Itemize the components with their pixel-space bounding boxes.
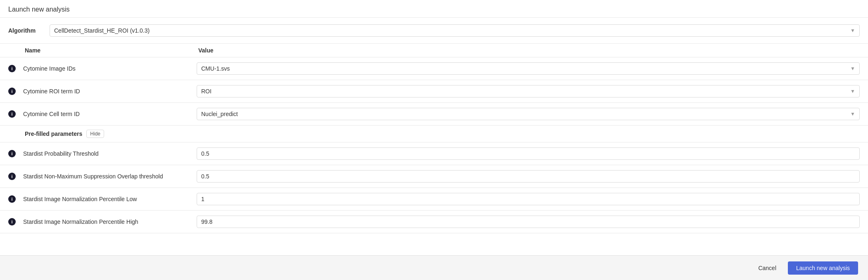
param-chevron-icon-cytomine-image-ids: ▼ — [850, 66, 855, 71]
param-name-cytomine-roi-term-id: Cytomine ROI term ID — [23, 88, 197, 95]
hide-prefilled-button[interactable]: Hide — [86, 130, 104, 138]
param-value-text-cytomine-roi-term-id: ROI — [201, 88, 212, 95]
param-chevron-icon-cytomine-cell-term-id: ▼ — [850, 111, 855, 117]
param-input-stardist-image-normalization-high[interactable] — [197, 216, 860, 228]
table-row: i Stardist Probability Threshold — [0, 142, 868, 165]
info-icon-stardist-image-normalization-low[interactable]: i — [8, 195, 23, 203]
param-input-stardist-image-normalization-low[interactable] — [197, 193, 860, 205]
table-row: i Stardist Image Normalization Percentil… — [0, 211, 868, 233]
info-icon-stardist-image-normalization-high[interactable]: i — [8, 218, 23, 225]
param-input-stardist-probability-threshold[interactable] — [197, 147, 860, 160]
info-circle-stardist-image-normalization-low[interactable]: i — [8, 195, 16, 203]
param-chevron-icon-cytomine-roi-term-id: ▼ — [850, 88, 855, 94]
info-circle-stardist-probability-threshold[interactable]: i — [8, 150, 16, 157]
info-icon-cytomine-roi-term-id[interactable]: i — [8, 88, 23, 95]
main-params-container: i Cytomine Image IDs CMU-1.svs ▼ i Cytom… — [0, 57, 868, 126]
info-circle-stardist-image-normalization-high[interactable]: i — [8, 218, 16, 225]
column-value-header: Value — [198, 47, 860, 54]
param-value-text-cytomine-cell-term-id: Nuclei_predict — [201, 111, 238, 117]
param-input-stardist-non-maximum-suppression[interactable] — [197, 170, 860, 183]
info-circle-cytomine-image-ids[interactable]: i — [8, 65, 16, 72]
table-row: i Stardist Non-Maximum Suppression Overl… — [0, 165, 868, 188]
info-circle-cytomine-cell-term-id[interactable]: i — [8, 110, 16, 118]
info-circle-stardist-non-maximum-suppression[interactable]: i — [8, 173, 16, 180]
info-icon-cytomine-image-ids[interactable]: i — [8, 65, 23, 72]
table-row: i Cytomine Cell term ID Nuclei_predict ▼ — [0, 103, 868, 126]
param-value-cytomine-roi-term-id[interactable]: ROI ▼ — [197, 85, 860, 97]
table-header: Name Value — [0, 44, 868, 57]
param-value-cytomine-cell-term-id[interactable]: Nuclei_predict ▼ — [197, 108, 860, 120]
algorithm-select-value: CellDetect_Stardist_HE_ROI (v1.0.3) — [54, 27, 150, 34]
prefilled-params-container: i Stardist Probability Threshold i Stard… — [0, 142, 868, 233]
info-icon-cytomine-cell-term-id[interactable]: i — [8, 110, 23, 118]
table-row: i Stardist Image Normalization Percentil… — [0, 188, 868, 211]
footer: Cancel Launch new analysis — [0, 255, 868, 280]
prefilled-params-header: Pre-filled parameters Hide — [0, 126, 868, 142]
info-icon-stardist-non-maximum-suppression[interactable]: i — [8, 173, 23, 180]
info-circle-cytomine-roi-term-id[interactable]: i — [8, 88, 16, 95]
param-value-cytomine-image-ids[interactable]: CMU-1.svs ▼ — [197, 62, 860, 75]
column-name-header: Name — [25, 47, 198, 54]
page-title: Launch new analysis — [0, 0, 868, 18]
table-row: i Cytomine ROI term ID ROI ▼ — [0, 80, 868, 103]
param-name-stardist-image-normalization-low: Stardist Image Normalization Percentile … — [23, 196, 197, 202]
cancel-button[interactable]: Cancel — [751, 261, 783, 275]
table-row: i Cytomine Image IDs CMU-1.svs ▼ — [0, 57, 868, 80]
param-name-stardist-probability-threshold: Stardist Probability Threshold — [23, 150, 197, 157]
param-name-cytomine-cell-term-id: Cytomine Cell term ID — [23, 111, 197, 117]
param-name-cytomine-image-ids: Cytomine Image IDs — [23, 65, 197, 72]
param-value-text-cytomine-image-ids: CMU-1.svs — [201, 65, 230, 72]
algorithm-row: Algorithm CellDetect_Stardist_HE_ROI (v1… — [0, 18, 868, 44]
param-name-stardist-image-normalization-high: Stardist Image Normalization Percentile … — [23, 218, 197, 225]
algorithm-label: Algorithm — [8, 27, 50, 34]
launch-button[interactable]: Launch new analysis — [788, 261, 858, 275]
info-icon-stardist-probability-threshold[interactable]: i — [8, 150, 23, 157]
prefilled-params-label: Pre-filled parameters — [25, 131, 82, 137]
algorithm-chevron-icon: ▼ — [850, 28, 855, 33]
algorithm-select[interactable]: CellDetect_Stardist_HE_ROI (v1.0.3) ▼ — [50, 24, 860, 37]
param-name-stardist-non-maximum-suppression: Stardist Non-Maximum Suppression Overlap… — [23, 173, 197, 180]
